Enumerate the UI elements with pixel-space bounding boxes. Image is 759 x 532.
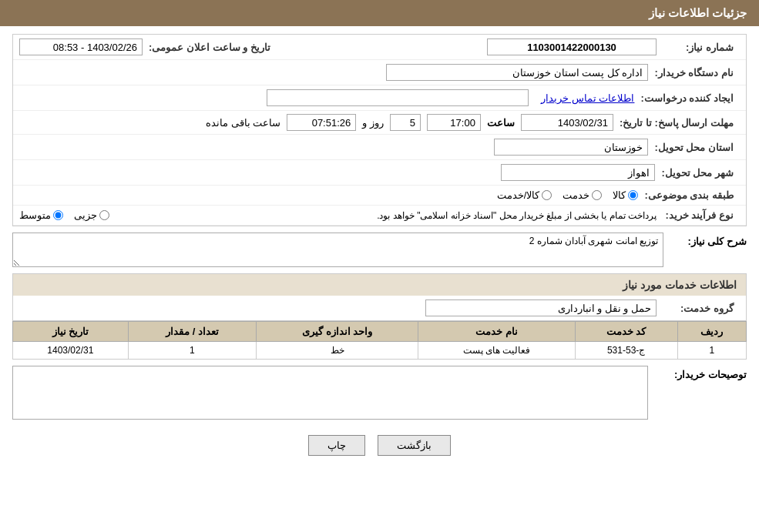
- col-header-name: نام خدمت: [418, 322, 575, 342]
- deadline-time-value: 17:00: [427, 114, 481, 131]
- province-value: خوزستان: [494, 139, 648, 156]
- category-label: طبقه بندی موضوعی:: [644, 189, 740, 201]
- requester-row: ایجاد کننده درخواست: اطلاعات تماس خریدار: [13, 85, 746, 111]
- city-row: شهر محل تحویل: اهواز: [13, 160, 746, 186]
- purchase-medium-radio[interactable]: [53, 210, 63, 220]
- service-group-value: حمل و نقل و انبارداری: [425, 299, 657, 316]
- purchase-type-note: پرداخت تمام یا بخشی از مبلغ خریدار محل "…: [128, 210, 657, 221]
- category-radio-both[interactable]: [542, 190, 552, 200]
- category-both-label: کالا/خدمت: [497, 189, 540, 201]
- page-header: جزئیات اطلاعات نیاز: [0, 0, 759, 26]
- category-row: طبقه بندی موضوعی: کالا خدمت کالا/خدمت: [13, 186, 746, 206]
- services-table: ردیف کد خدمت نام خدمت واحد اندازه گیری ت…: [12, 321, 747, 360]
- top-info-section: شماره نیاز: 1103001422000130 تاریخ و ساع…: [12, 34, 747, 226]
- province-label: استان محل تحویل:: [654, 142, 740, 153]
- deadline-date-value: 1403/02/31: [521, 114, 613, 131]
- purchase-type-row: نوع فرآیند خرید: پرداخت تمام یا بخشی از …: [13, 206, 746, 226]
- contact-info-link[interactable]: اطلاعات تماس خریدار: [541, 92, 634, 104]
- purchase-partial[interactable]: جزیی: [74, 209, 109, 221]
- deadline-row: مهلت ارسال پاسخ: تا تاریخ: 1403/02/31 سا…: [13, 111, 746, 135]
- page-title: جزئیات اطلاعات نیاز: [649, 6, 747, 19]
- main-content: شماره نیاز: 1103001422000130 تاریخ و ساع…: [0, 26, 759, 473]
- requester-value: [267, 89, 529, 106]
- days-label: روز و: [362, 117, 384, 129]
- category-radio-service[interactable]: [592, 190, 602, 200]
- table-row: 1ج-53-531فعالیت های پستخط11403/02/31: [13, 342, 747, 360]
- need-number-label: شماره نیاز:: [663, 42, 740, 53]
- col-header-date: تاریخ نیاز: [13, 322, 129, 342]
- need-desc-section: شرح کلی نیاز: توزیع امانت شهری آبادان شم…: [12, 233, 747, 267]
- purchase-medium-label: متوسط: [19, 209, 51, 221]
- deadline-label: مهلت ارسال پاسخ: تا تاریخ:: [620, 117, 740, 129]
- need-number-value: 1103001422000130: [487, 38, 657, 55]
- page-wrapper: جزئیات اطلاعات نیاز شماره نیاز: 11030014…: [0, 0, 759, 532]
- need-desc-textarea[interactable]: توزیع امانت شهری آبادان شماره 2: [12, 233, 663, 267]
- buyer-org-value: اداره کل پست استان خوزستان: [386, 64, 648, 81]
- purchase-partial-radio[interactable]: [99, 210, 109, 220]
- buyer-notes-section: توصیحات خریدار:: [12, 366, 747, 420]
- category-service-label: خدمت: [563, 189, 589, 201]
- col-header-unit: واحد اندازه گیری: [257, 322, 418, 342]
- category-goods-label: کالا: [613, 189, 626, 201]
- requester-label: ایجاد کننده درخواست:: [640, 92, 740, 104]
- deadline-days-value: 5: [390, 114, 421, 131]
- buyer-org-label: نام دستگاه خریدار:: [654, 67, 740, 79]
- province-row: استان محل تحویل: خوزستان: [13, 135, 746, 160]
- service-group-label: گروه خدمت:: [663, 303, 740, 314]
- announce-date-value: 1403/02/26 - 08:53: [19, 38, 143, 55]
- print-button[interactable]: چاپ: [308, 435, 365, 456]
- category-radio-goods[interactable]: [628, 190, 638, 200]
- buyer-notes-label: توصیحات خریدار:: [654, 366, 747, 380]
- buyer-notes-textarea[interactable]: [12, 366, 648, 420]
- announce-date-label: تاریخ و ساعت اعلان عمومی:: [149, 42, 270, 53]
- hours-remaining-label: ساعت باقی مانده: [206, 117, 280, 129]
- need-number-row: شماره نیاز: 1103001422000130 تاریخ و ساع…: [13, 35, 746, 60]
- purchase-type-label: نوع فرآیند خرید:: [663, 209, 740, 221]
- col-header-qty: تعداد / مقدار: [128, 322, 257, 342]
- countdown-value: 07:51:26: [287, 114, 356, 131]
- category-goods[interactable]: کالا: [613, 189, 638, 201]
- category-service[interactable]: خدمت: [563, 189, 602, 201]
- col-header-row: ردیف: [677, 322, 746, 342]
- back-button[interactable]: بازگشت: [378, 435, 451, 456]
- need-desc-label: شرح کلی نیاز:: [670, 233, 747, 247]
- purchase-partial-label: جزیی: [74, 209, 97, 221]
- purchase-type-radio-group: جزیی متوسط: [19, 209, 109, 221]
- category-both[interactable]: کالا/خدمت: [497, 189, 552, 201]
- col-header-code: کد خدمت: [575, 322, 677, 342]
- buyer-org-row: نام دستگاه خریدار: اداره کل پست استان خو…: [13, 60, 746, 85]
- services-section-title: اطلاعات خدمات مورد نیاز: [12, 273, 747, 296]
- city-label: شهر محل تحویل:: [661, 167, 740, 179]
- buttons-row: بازگشت چاپ: [12, 426, 747, 465]
- category-radio-group: کالا خدمت کالا/خدمت: [497, 189, 639, 201]
- time-label: ساعت: [487, 117, 515, 129]
- purchase-medium[interactable]: متوسط: [19, 209, 63, 221]
- city-value: اهواز: [501, 164, 655, 181]
- service-group-row: گروه خدمت: حمل و نقل و انبارداری: [12, 296, 747, 321]
